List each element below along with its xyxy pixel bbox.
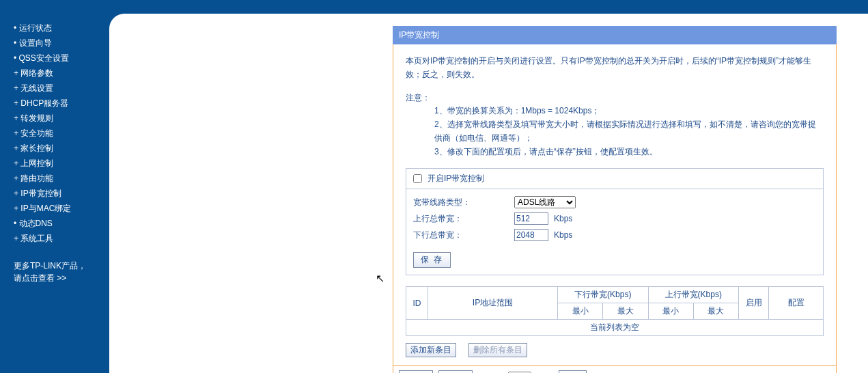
col-down-min: 最小 (558, 303, 603, 320)
prev-page-button[interactable]: 上一页 (399, 370, 433, 373)
delete-all-button[interactable]: 删除所有条目 (468, 343, 527, 357)
pagination: 上一页 下一页 当前第 1 页 帮 助 (393, 366, 837, 373)
col-enable: 启用 (739, 287, 769, 320)
note-item: 3、修改下面的配置项后，请点击“保存”按钮，使配置项生效。 (434, 145, 824, 158)
main-panel: IP带宽控制 本页对IP带宽控制的开启与关闭进行设置。只有IP带宽控制的总开关为… (393, 26, 837, 373)
sidebar-item-10[interactable]: + 路由功能 (14, 171, 102, 186)
down-bw-input[interactable] (514, 229, 548, 241)
col-up-max: 最大 (693, 303, 738, 320)
config-form: 开启IP带宽控制 宽带线路类型： ADSL线路 上行总带宽： (406, 168, 824, 275)
content-area: IP带宽控制 本页对IP带宽控制的开启与关闭进行设置。只有IP带宽控制的总开关为… (109, 14, 868, 373)
unit-label: Kbps (554, 214, 572, 223)
enable-ip-bw-checkbox[interactable] (413, 174, 422, 183)
sidebar-item-13[interactable]: • 动态DNS (14, 216, 102, 231)
promo-link[interactable]: 请点击查看 >> (14, 273, 66, 283)
sidebar-item-8[interactable]: + 家长控制 (14, 141, 102, 156)
up-bw-input[interactable] (514, 212, 548, 225)
add-entry-button[interactable]: 添加新条目 (406, 343, 456, 357)
save-button[interactable]: 保 存 (413, 252, 451, 268)
empty-row: 当前列表为空 (406, 320, 824, 336)
sidebar-item-7[interactable]: + 安全功能 (14, 126, 102, 141)
line-type-select[interactable]: ADSL线路 (514, 196, 576, 208)
sidebar-item-2[interactable]: • QSS安全设置 (14, 51, 102, 66)
note-item: 2、选择宽带线路类型及填写带宽大小时，请根据实际情况进行选择和填写，如不清楚，请… (434, 118, 824, 145)
sidebar-item-0[interactable]: • 运行状态 (14, 20, 102, 36)
sidebar-item-12[interactable]: + IP与MAC绑定 (14, 201, 102, 216)
intro-text: 本页对IP带宽控制的开启与关闭进行设置。只有IP带宽控制的总开关为开启时，后续的… (406, 54, 824, 81)
help-button[interactable]: 帮 助 (559, 370, 587, 373)
next-page-button[interactable]: 下一页 (438, 370, 473, 373)
promo-block: 更多TP-LINK产品， 请点击查看 >> (14, 260, 102, 284)
top-bar (109, 0, 868, 14)
sidebar-item-1[interactable]: • 设置向导 (14, 36, 102, 51)
rules-table: ID IP地址范围 下行带宽(Kbps) 上行带宽(Kbps) 启用 配置 最小… (406, 286, 824, 336)
sidebar-item-14[interactable]: + 系统工具 (14, 231, 102, 246)
down-bw-label: 下行总带宽： (413, 230, 509, 241)
col-up-min: 最小 (648, 303, 693, 320)
sidebar-item-11[interactable]: + IP带宽控制 (14, 186, 102, 201)
panel-title: IP带宽控制 (393, 26, 837, 44)
col-down-bw: 下行带宽(Kbps) (558, 287, 649, 303)
promo-text: 更多TP-LINK产品， (14, 261, 86, 271)
unit-label: Kbps (554, 230, 572, 240)
table-row: ID IP地址范围 下行带宽(Kbps) 上行带宽(Kbps) 启用 配置 (406, 287, 824, 303)
line-type-label: 宽带线路类型： (413, 197, 509, 208)
col-ip-range: IP地址范围 (428, 287, 558, 320)
sidebar: • 运行状态• 设置向导• QSS安全设置+ 网络参数+ 无线设置+ DHCP服… (0, 0, 102, 373)
enable-ip-bw-label: 开启IP带宽控制 (428, 173, 484, 184)
col-down-max: 最大 (603, 303, 648, 320)
up-bw-label: 上行总带宽： (413, 213, 509, 225)
sidebar-item-9[interactable]: + 上网控制 (14, 156, 102, 171)
table-row: 当前列表为空 (406, 320, 824, 336)
sidebar-item-3[interactable]: + 网络参数 (14, 66, 102, 81)
col-up-bw: 上行带宽(Kbps) (648, 287, 739, 303)
sidebar-item-6[interactable]: + 转发规则 (14, 111, 102, 126)
note-heading: 注意： (406, 92, 824, 104)
panel-body: 本页对IP带宽控制的开启与关闭进行设置。只有IP带宽控制的总开关为开启时，后续的… (393, 44, 837, 366)
sidebar-item-4[interactable]: + 无线设置 (14, 81, 102, 96)
col-id: ID (406, 287, 428, 320)
col-config: 配置 (769, 287, 824, 320)
sidebar-item-5[interactable]: + DHCP服务器 (14, 96, 102, 111)
note-item: 1、带宽的换算关系为：1Mbps = 1024Kbps； (434, 104, 824, 118)
